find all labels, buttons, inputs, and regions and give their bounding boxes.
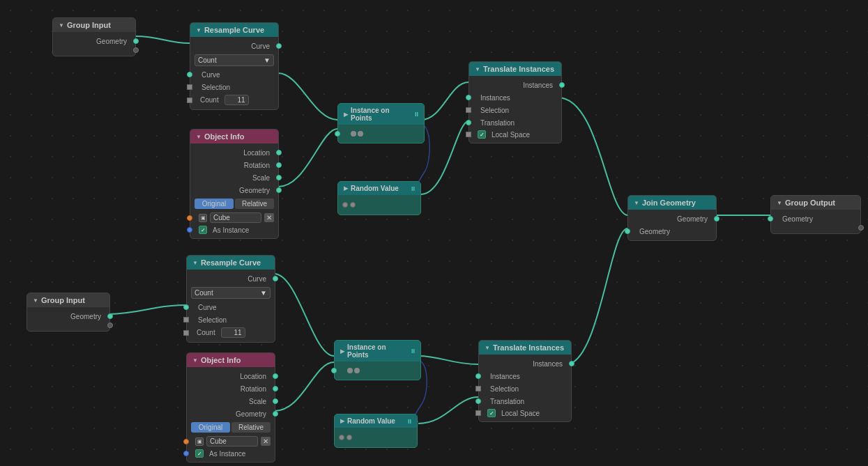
curve-out-port[interactable] [276,43,282,49]
ti1-instances-out: Instances [469,79,561,91]
object-port[interactable] [187,215,192,221]
object-info-2-header[interactable]: ▼ Object Info [187,353,275,367]
oi2-geometry-port[interactable] [273,411,278,417]
rc2-curve-in: Curve [187,301,275,313]
resample-curve-1-header[interactable]: ▼ Resample Curve [190,23,278,37]
oi2-cube-field[interactable]: Cube [206,436,258,446]
object-info-1-header[interactable]: ▼ Object Info [190,130,278,143]
count-dropdown-row: Count ▼ [190,52,278,68]
clear-object-button[interactable]: ✕ [264,213,274,222]
group-input-1-header[interactable]: ▼ Group Input [53,18,135,32]
group-input-2-title: Group Input [41,296,85,304]
location-row: Location [190,146,278,159]
ti2-instances-out-port[interactable] [569,361,574,366]
random-value-1-node: ▶ Random Value II [337,181,421,215]
iop1-header[interactable]: ▶ Instance on Points II [338,104,424,125]
group-input-2-header[interactable]: ▼ Group Input [27,293,109,307]
rv1-header[interactable]: ▶ Random Value II [338,182,420,195]
jg-geometry-out: Geometry [628,212,716,225]
cube-field[interactable]: Cube [210,212,261,223]
chevron-icon-oi1: ▼ [196,134,201,140]
as-instance-checkbox[interactable]: ✓ [199,226,207,234]
rc2-count-value[interactable]: 11 [221,327,245,338]
iop2-in-port[interactable] [331,368,337,373]
oi2-mode-buttons: Original Relative [187,420,275,435]
curve-in-port[interactable] [187,72,192,77]
ti2-sel-port[interactable] [475,386,481,391]
iop1-in-port[interactable] [335,131,340,137]
ti1-translation-row: Translation [469,116,561,129]
oi2-location-port[interactable] [273,373,278,379]
count-value[interactable]: 11 [224,95,249,105]
ti1-title: Translate Instances [483,65,554,73]
rc2-count-dropdown[interactable]: Count ▼ [191,287,271,299]
rc2-sel-port[interactable] [183,317,189,323]
ti1-instances-out-port[interactable] [559,82,565,88]
geometry-oi-row: Geometry [190,184,278,196]
ti1-local-space: ✓ Local Space [469,129,561,140]
object-info-1-title: Object Info [204,132,244,141]
curve-in-row: Curve [190,68,278,81]
count-input-row: Count 11 [190,93,278,107]
oi2-rotation-port[interactable] [273,386,278,391]
ti1-instances-in-port[interactable] [466,95,471,100]
oi2-rotation-row: Rotation [187,382,275,395]
oi2-scale-row: Scale [187,395,275,407]
go-title: Group Output [785,199,835,207]
ti1-ls-port[interactable] [466,132,471,137]
group-input-2-node: ▼ Group Input Geometry [26,293,110,332]
rc2-count-dropdown-row: Count ▼ [187,285,275,301]
jg-geometry-out-port[interactable] [714,216,719,222]
rotation-port[interactable] [276,162,282,168]
chevron-icon-rc1: ▼ [196,27,201,33]
jg-header[interactable]: ▼ Join Geometry [628,196,716,210]
oi2-location-row: Location [187,370,275,382]
oi2-scale-port[interactable] [273,398,278,404]
rc2-count-port[interactable] [183,330,189,336]
relative-button[interactable]: Relative [235,199,274,209]
count-in-port[interactable] [187,98,192,103]
count-dropdown[interactable]: Count ▼ [195,54,274,66]
ti2-translation-port[interactable] [475,398,481,404]
mode-buttons: Original Relative [190,196,278,211]
rc2-curve-in-port[interactable] [183,304,189,310]
original-button[interactable]: Original [195,199,234,209]
iop2-ports [335,364,420,377]
ti1-ls-checkbox[interactable]: ✓ [478,130,486,139]
jg-geometry-in-port[interactable] [625,228,630,234]
oi2-relative-button[interactable]: Relative [231,422,271,433]
iop1-left-row [338,127,424,140]
ti2-header[interactable]: ▼ Translate Instances [479,341,571,355]
ti1-header[interactable]: ▼ Translate Instances [469,62,561,76]
rc2-curve-out-port[interactable] [273,276,278,281]
selection-in-port[interactable] [187,84,192,90]
resample-curve-2-header[interactable]: ▼ Resample Curve [187,256,275,270]
geometry-out-port[interactable] [133,38,139,44]
random-value-2-node: ▶ Random Value II [334,414,418,448]
ti2-ls-checkbox[interactable]: ✓ [487,409,496,417]
go-header[interactable]: ▼ Group Output [771,196,860,210]
ti1-sel-port[interactable] [466,107,471,113]
ti2-ls-port[interactable] [475,410,481,416]
as-instance-port[interactable] [187,227,192,233]
ti2-instances-in-port[interactable] [475,373,481,379]
geometry-oi-port[interactable] [276,187,282,193]
oi2-as-instance-checkbox[interactable]: ✓ [195,449,204,458]
oi2-as-instance-port[interactable] [183,451,189,456]
selection-row: Selection [190,81,278,93]
iop2-header[interactable]: ▶ Instance on Points II [335,341,420,362]
rv2-header[interactable]: ▶ Random Value II [335,414,417,428]
location-port[interactable] [276,150,282,155]
scale-row: Scale [190,171,278,184]
scale-port[interactable] [276,175,282,180]
rc2-count-input: Count 11 [187,326,275,339]
oi2-object-port[interactable] [183,439,189,444]
rv1-title: Random Value [351,185,399,192]
gi2-geometry-port[interactable] [107,313,113,319]
rc2-curve-out: Curve [187,272,275,285]
go-geometry-in-port[interactable] [768,216,773,222]
rotation-row: Rotation [190,159,278,171]
oi2-clear-button[interactable]: ✕ [261,437,271,446]
oi2-original-button[interactable]: Original [191,422,230,433]
ti1-translation-port[interactable] [466,120,471,125]
